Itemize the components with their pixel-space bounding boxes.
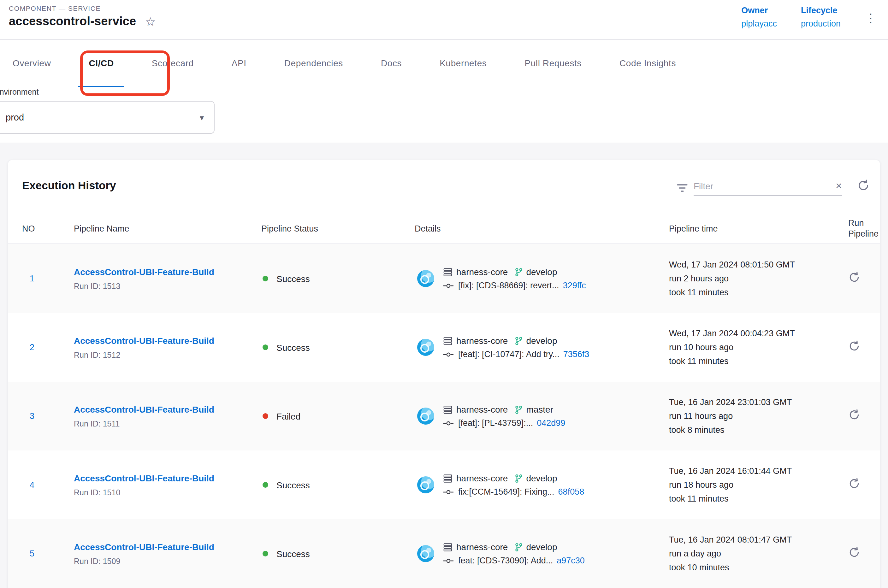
table-row: 5 AccessControl-UBI-Feature-Build Run ID…	[8, 519, 880, 588]
col-header-no: NO	[22, 224, 74, 233]
environment-label: Environment	[0, 88, 888, 96]
col-header-pipeline-name: Pipeline Name	[74, 224, 261, 233]
branch-name: develop	[526, 473, 557, 483]
branch-name: develop	[526, 336, 557, 346]
tab-label: Kubernetes	[440, 58, 487, 68]
pipeline-time-date: Wed, 17 Jan 2024 00:04:23 GMT	[669, 327, 839, 340]
repo-name: harness-core	[456, 542, 508, 552]
git-branch-icon	[514, 267, 523, 277]
pipeline-name-link[interactable]: AccessControl-UBI-Feature-Build	[74, 404, 214, 414]
table-row: 4 AccessControl-UBI-Feature-Build Run ID…	[8, 450, 880, 519]
page: COMPONENT — SERVICE accesscontrol-servic…	[0, 0, 888, 588]
commit-message: feat: [CDS-73090]: Add...	[458, 556, 553, 565]
status-label: Success	[276, 273, 310, 284]
repository-icon	[443, 474, 452, 483]
pipeline-time-ago: run a day ago	[669, 547, 839, 561]
filter-input[interactable]	[694, 181, 832, 191]
run-id: Run ID: 1509	[74, 557, 261, 566]
pipeline-time-duration: took 8 minutes	[669, 423, 839, 437]
repository-icon	[443, 542, 452, 552]
pipeline-execution-icon[interactable]	[417, 339, 434, 356]
git-commit-icon	[443, 557, 454, 564]
refresh-icon[interactable]	[857, 179, 870, 192]
tab-label: Dependencies	[284, 58, 343, 68]
pipeline-time-ago: run 10 hours ago	[669, 340, 839, 354]
repository-icon	[443, 267, 452, 277]
tab[interactable]: Docs	[370, 40, 412, 87]
pipeline-time-duration: took 10 minutes	[669, 561, 839, 574]
lifecycle-label: Lifecycle	[801, 6, 841, 15]
status-dot-icon	[263, 413, 268, 419]
tab[interactable]: Pull Requests	[514, 40, 592, 87]
git-commit-icon	[443, 419, 454, 427]
git-branch-icon	[514, 336, 523, 345]
tab[interactable]: Kubernetes	[429, 40, 497, 87]
run-id: Run ID: 1513	[74, 282, 261, 291]
favorite-star-icon[interactable]: ☆	[145, 15, 156, 27]
chevron-down-icon: ▾	[200, 112, 204, 122]
lifecycle-block: Lifecycle production	[801, 6, 841, 39]
more-options-icon[interactable]: ⋮	[865, 12, 877, 39]
tab[interactable]: API	[221, 40, 257, 87]
tab[interactable]: CI/CD	[78, 40, 125, 87]
tab-label: Scorecard	[152, 58, 194, 68]
commit-hash-link[interactable]: 329ffc	[563, 281, 586, 290]
filter-control: ×	[676, 180, 842, 196]
status-dot-icon	[263, 345, 268, 350]
owner-block: Owner plplayacc	[741, 6, 777, 39]
branch-name: develop	[526, 267, 557, 277]
pipeline-execution-icon[interactable]	[417, 408, 434, 424]
tab-bar: Overview CI/CD Scorecard API Dependencie…	[0, 40, 888, 87]
status-label: Failed	[276, 411, 301, 421]
run-pipeline-button[interactable]	[848, 546, 860, 558]
commit-message: [feat]: [CI-10747]: Add try...	[458, 350, 559, 359]
entity-header-right: Owner plplayacc Lifecycle production ⋮	[741, 4, 877, 39]
tab[interactable]: Code Insights	[609, 40, 687, 87]
environment-select[interactable]: prod ▾	[0, 101, 215, 134]
col-header-pipeline-time: Pipeline time	[669, 224, 839, 233]
git-commit-icon	[443, 282, 454, 289]
run-pipeline-button[interactable]	[848, 478, 860, 490]
tab[interactable]: Dependencies	[273, 40, 354, 87]
commit-message: [feat]: [PL-43759]:...	[458, 418, 533, 428]
pipeline-name-link[interactable]: AccessControl-UBI-Feature-Build	[74, 336, 214, 346]
pipeline-name-link[interactable]: AccessControl-UBI-Feature-Build	[74, 473, 214, 483]
tab-label: Pull Requests	[524, 58, 581, 68]
pipeline-time-date: Tue, 16 Jan 2024 08:01:47 GMT	[669, 533, 839, 547]
pipeline-time-ago: run 11 hours ago	[669, 409, 839, 423]
entity-header-left: COMPONENT — SERVICE accesscontrol-servic…	[9, 4, 156, 39]
pipeline-execution-icon[interactable]	[417, 270, 434, 287]
tab[interactable]: Overview	[2, 40, 62, 87]
commit-hash-link[interactable]: 7356f3	[563, 350, 589, 359]
status-dot-icon	[263, 276, 268, 281]
tab-label: Code Insights	[619, 58, 676, 68]
clear-filter-icon[interactable]: ×	[835, 180, 842, 191]
pipeline-name-link[interactable]: AccessControl-UBI-Feature-Build	[74, 542, 214, 552]
branch-name: master	[526, 404, 553, 414]
lifecycle-link[interactable]: production	[801, 19, 841, 28]
run-pipeline-button[interactable]	[848, 340, 860, 352]
git-branch-icon	[514, 405, 523, 414]
repository-icon	[443, 405, 452, 414]
pipeline-execution-icon[interactable]	[417, 545, 434, 562]
filter-funnel-icon	[676, 183, 688, 193]
run-pipeline-button[interactable]	[848, 409, 860, 421]
card-header: Execution History ×	[8, 160, 880, 213]
commit-message: fix:[CCM-15649]: Fixing...	[458, 487, 554, 496]
tab[interactable]: Scorecard	[141, 40, 204, 87]
execution-history-card: Execution History × NO Pipeline Name Pip…	[8, 160, 880, 588]
commit-hash-link[interactable]: 68f058	[558, 487, 584, 496]
git-branch-icon	[514, 542, 523, 552]
commit-message: [fix]: [CDS-88669]: revert...	[458, 281, 559, 290]
repo-name: harness-core	[456, 473, 508, 483]
pipeline-execution-icon[interactable]	[417, 476, 434, 494]
table-row: 3 AccessControl-UBI-Feature-Build Run ID…	[8, 382, 880, 450]
commit-hash-link[interactable]: a97c30	[557, 556, 585, 565]
pipeline-name-link[interactable]: AccessControl-UBI-Feature-Build	[74, 267, 214, 277]
entity-header: COMPONENT — SERVICE accesscontrol-servic…	[0, 0, 888, 40]
owner-link[interactable]: plplayacc	[741, 19, 777, 28]
repository-icon	[443, 336, 452, 345]
run-pipeline-button[interactable]	[848, 271, 860, 283]
environment-section: Environment prod ▾	[0, 87, 888, 142]
commit-hash-link[interactable]: 042d99	[537, 418, 565, 428]
